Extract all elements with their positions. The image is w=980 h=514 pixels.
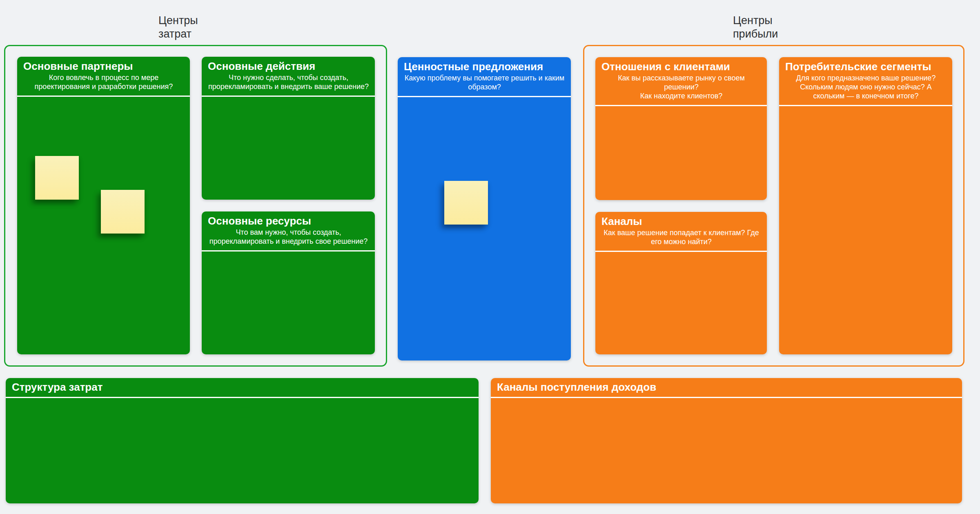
- card-title: Отношения с клиентами: [601, 61, 761, 73]
- card-title: Основные действия: [208, 60, 369, 73]
- card-title: Основные партнеры: [23, 60, 184, 73]
- profit-centers-label: Центры прибыли: [733, 14, 778, 41]
- card-channels[interactable]: Каналы Как ваше решение попадает к клиен…: [595, 212, 767, 354]
- card-title: Каналы: [601, 216, 761, 228]
- card-subtitle: Что нужно сделать, чтобы создать, прорек…: [208, 73, 369, 91]
- card-subtitle: Кого вовлечь в процесс по мере проектиро…: [23, 73, 184, 91]
- sticky-note[interactable]: [101, 190, 145, 234]
- sticky-note[interactable]: [444, 181, 488, 225]
- card-header: Структура затрат: [6, 378, 479, 398]
- card-title: Структура затрат: [12, 381, 473, 394]
- card-cost-structure[interactable]: Структура затрат: [6, 378, 479, 503]
- card-subtitle: Какую проблему вы помогаете решить и как…: [404, 74, 565, 92]
- card-key-resources[interactable]: Основные ресурсы Что вам нужно, чтобы со…: [202, 211, 375, 354]
- card-title: Основные ресурсы: [208, 215, 369, 227]
- sticky-note[interactable]: [35, 156, 79, 200]
- card-title: Потребительские сегменты: [785, 61, 947, 73]
- card-header: Ценностные предложения Какую проблему вы…: [398, 57, 571, 97]
- card-key-partners[interactable]: Основные партнеры Кого вовлечь в процесс…: [17, 57, 190, 354]
- card-header: Каналы Как ваше решение попадает к клиен…: [595, 212, 767, 252]
- whiteboard-canvas: Центры затрат Центры прибыли Основные па…: [0, 0, 980, 514]
- card-header: Каналы поступления доходов: [491, 378, 962, 398]
- card-subtitle: Что вам нужно, чтобы создать, прореклами…: [208, 228, 369, 246]
- card-title: Ценностные предложения: [404, 61, 565, 73]
- card-header: Отношения с клиентами Как вы рассказывае…: [595, 57, 767, 106]
- cost-centers-label: Центры затрат: [158, 14, 198, 41]
- card-key-activities[interactable]: Основные действия Что нужно сделать, что…: [202, 57, 375, 200]
- card-customer-relationships[interactable]: Отношения с клиентами Как вы рассказывае…: [595, 57, 767, 200]
- card-revenue-streams[interactable]: Каналы поступления доходов: [491, 378, 962, 503]
- card-subtitle: Как ваше решение попадает к клиентам? Гд…: [601, 229, 761, 247]
- card-header: Основные ресурсы Что вам нужно, чтобы со…: [202, 211, 375, 251]
- card-value-propositions[interactable]: Ценностные предложения Какую проблему вы…: [398, 57, 571, 360]
- card-title: Каналы поступления доходов: [497, 381, 956, 394]
- card-header: Основные действия Что нужно сделать, что…: [202, 57, 375, 97]
- card-subtitle: Для кого предназначено ваше решение? Ско…: [785, 74, 947, 101]
- card-header: Потребительские сегменты Для кого предна…: [779, 57, 952, 106]
- card-subtitle: Как вы рассказываете рынку о своем решен…: [601, 74, 761, 101]
- card-header: Основные партнеры Кого вовлечь в процесс…: [17, 57, 190, 97]
- card-customer-segments[interactable]: Потребительские сегменты Для кого предна…: [779, 57, 952, 354]
